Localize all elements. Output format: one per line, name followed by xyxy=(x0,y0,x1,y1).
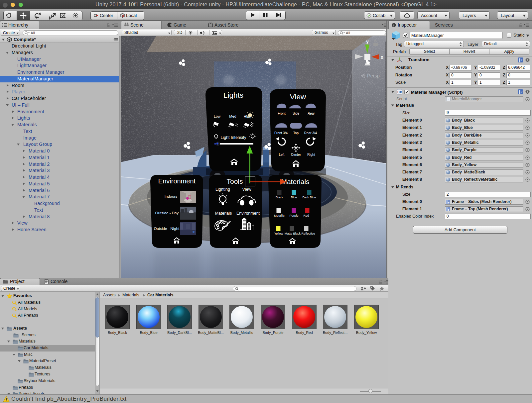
svg-text:Tools: Tools xyxy=(226,177,243,185)
svg-text:Light Intensity: Light Intensity xyxy=(220,135,246,140)
svg-text:Indoors: Indoors xyxy=(165,194,178,198)
svg-text:Outside - Day: Outside - Day xyxy=(155,211,179,215)
svg-text:Environment: Environment xyxy=(158,177,196,185)
svg-text:View: View xyxy=(242,187,252,192)
svg-text:Reflective: Reflective xyxy=(302,232,315,235)
svg-text:C#: C# xyxy=(397,90,402,94)
svg-text:c: c xyxy=(448,98,449,101)
svg-text:View: View xyxy=(290,93,306,101)
svg-text:x: x xyxy=(381,54,383,60)
svg-text:Red: Red xyxy=(303,214,309,217)
svg-text:Matte Black: Matte Black xyxy=(285,232,301,235)
svg-text:Med: Med xyxy=(229,114,236,118)
svg-text:?: ? xyxy=(521,90,522,94)
svg-text:Left: Left xyxy=(279,153,285,156)
svg-text:Persp: Persp xyxy=(367,73,380,78)
svg-text:Black: Black xyxy=(276,196,283,199)
svg-text:Low: Low xyxy=(214,114,220,118)
svg-text:Environment: Environment xyxy=(236,211,260,216)
svg-text:Purple: Purple xyxy=(290,214,299,217)
svg-text:Yellow: Yellow xyxy=(274,232,283,235)
svg-text:Lights: Lights xyxy=(223,91,243,99)
svg-text:Front 3/4: Front 3/4 xyxy=(274,131,288,135)
svg-text:y: y xyxy=(366,39,369,44)
svg-text:Lighting: Lighting xyxy=(215,187,230,192)
svg-text:Side: Side xyxy=(293,112,299,115)
svg-text:Outside - Night: Outside - Night xyxy=(154,227,180,231)
svg-text:Materials: Materials xyxy=(215,211,232,216)
svg-text:Top: Top xyxy=(293,131,299,135)
svg-text:Center: Center xyxy=(291,153,301,156)
svg-text:Rear 3/4: Rear 3/4 xyxy=(304,131,317,135)
svg-text:Dark Blue: Dark Blue xyxy=(303,196,316,199)
svg-text:Blue: Blue xyxy=(291,196,297,199)
svg-text:Metallic: Metallic xyxy=(274,214,285,217)
svg-text:Rear: Rear xyxy=(308,112,315,115)
svg-text:Right: Right xyxy=(307,153,315,156)
svg-text:?: ? xyxy=(521,58,522,62)
svg-text:Front: Front xyxy=(278,112,286,115)
